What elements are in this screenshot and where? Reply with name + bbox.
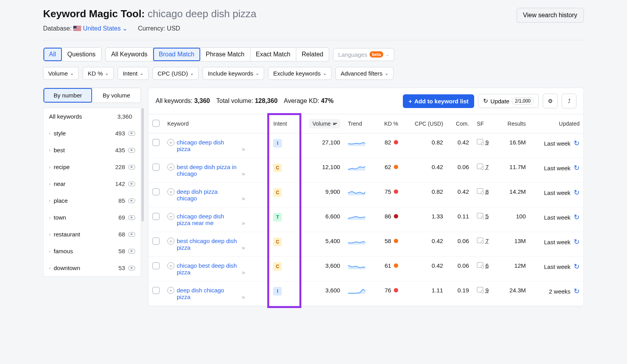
serp-icon[interactable] xyxy=(477,238,483,243)
settings-button[interactable]: ⚙ xyxy=(543,94,558,108)
filter-kd[interactable]: KD %⌄ xyxy=(83,67,114,80)
col-intent[interactable]: Intent xyxy=(269,114,296,133)
cpc-value: 1.11 xyxy=(402,281,447,306)
sidebar-item-all[interactable]: All keywords 3,360 xyxy=(43,108,141,125)
filter-volume[interactable]: Volume⌄ xyxy=(43,67,79,80)
gear-icon: ⚙ xyxy=(548,98,553,104)
refresh-icon[interactable]: ↻ xyxy=(574,287,580,295)
row-checkbox[interactable] xyxy=(152,262,159,269)
keyword-link[interactable]: deep dish pizza chicago xyxy=(177,188,239,202)
intent-badge: T xyxy=(273,213,282,222)
row-checkbox[interactable] xyxy=(152,238,159,245)
upload-icon: ⤴ xyxy=(568,98,571,104)
select-all-checkbox[interactable] xyxy=(152,120,159,127)
database-country-link[interactable]: United States ⌄ xyxy=(83,25,129,32)
expand-icon[interactable]: + xyxy=(167,164,174,171)
filter-exclude[interactable]: Exclude keywords⌄ xyxy=(268,67,332,80)
col-cpc[interactable]: CPC (USD) xyxy=(402,114,447,133)
sf-cell: 7 xyxy=(473,232,497,257)
row-checkbox[interactable] xyxy=(152,213,159,220)
refresh-icon[interactable]: ↻ xyxy=(574,189,580,196)
serp-icon[interactable] xyxy=(477,287,483,292)
tab-all[interactable]: All xyxy=(43,48,62,61)
expand-icon[interactable]: + xyxy=(167,139,174,146)
serp-icon[interactable] xyxy=(477,262,483,268)
sidebar-item-famous[interactable]: ›famous58 xyxy=(43,243,141,259)
sidebar-item-town[interactable]: ›town69 xyxy=(43,209,141,226)
tab-exact-match[interactable]: Exact Match xyxy=(250,48,296,61)
serp-icon[interactable] xyxy=(477,164,483,169)
filter-intent[interactable]: Intent⌄ xyxy=(118,67,149,80)
col-results[interactable]: Results xyxy=(497,114,530,133)
col-keyword[interactable]: Keyword xyxy=(163,114,269,133)
eye-icon[interactable] xyxy=(128,232,135,237)
trend-sparkline xyxy=(348,188,365,195)
cpc-value: 0.82 xyxy=(402,133,447,158)
double-chevron-icon: » xyxy=(242,195,245,202)
chevron-right-icon: › xyxy=(49,181,51,187)
refresh-icon[interactable]: ↻ xyxy=(574,238,580,246)
col-volume[interactable]: Volume xyxy=(296,114,344,133)
col-updated[interactable]: Updated xyxy=(530,114,584,133)
sidebar-item-place[interactable]: ›place85 xyxy=(43,192,141,209)
filter-cpc[interactable]: CPC (USD)⌄ xyxy=(152,67,199,80)
keyword-link[interactable]: best deep dish pizza in chicago xyxy=(177,164,239,177)
tab-related[interactable]: Related xyxy=(296,48,329,61)
refresh-icon[interactable]: ↻ xyxy=(574,139,580,147)
eye-icon[interactable] xyxy=(128,182,135,186)
sidebar-item-style[interactable]: ›style493 xyxy=(43,125,141,142)
expand-icon[interactable]: + xyxy=(167,188,174,195)
update-button[interactable]: ↻ Update 2/1,000 xyxy=(478,94,539,108)
eye-icon[interactable] xyxy=(128,249,135,254)
expand-icon[interactable]: + xyxy=(167,213,174,220)
serp-icon[interactable] xyxy=(477,188,483,194)
serp-icon[interactable] xyxy=(477,139,483,144)
add-to-keyword-list-button[interactable]: + Add to keyword list xyxy=(403,94,474,108)
view-search-history-button[interactable]: View search history xyxy=(516,8,584,23)
tab-questions[interactable]: Questions xyxy=(62,48,101,61)
keyword-link[interactable]: chicago deep dish pizza xyxy=(177,139,239,152)
col-kd[interactable]: KD % xyxy=(375,114,402,133)
eye-icon[interactable] xyxy=(128,266,135,270)
row-checkbox[interactable] xyxy=(152,188,159,195)
refresh-icon[interactable]: ↻ xyxy=(574,164,580,172)
tab-phrase-match[interactable]: Phrase Match xyxy=(200,48,250,61)
eye-icon[interactable] xyxy=(128,165,135,169)
languages-dropdown[interactable]: Languages beta ⌄ xyxy=(333,48,394,61)
row-checkbox[interactable] xyxy=(152,164,159,171)
sidebar-item-recipe[interactable]: ›recipe228 xyxy=(43,159,141,175)
keyword-link[interactable]: chicago best deep dish pizza xyxy=(177,262,239,276)
serp-icon[interactable] xyxy=(477,213,483,218)
expand-icon[interactable]: + xyxy=(167,262,174,269)
side-tab-by-volume[interactable]: By volume xyxy=(92,88,141,103)
filter-include[interactable]: Include keywords⌄ xyxy=(203,67,264,80)
eye-icon[interactable] xyxy=(128,198,135,203)
export-button[interactable]: ⤴ xyxy=(562,94,576,108)
sidebar-item-downtown[interactable]: ›downtown53 xyxy=(43,259,141,276)
expand-icon[interactable]: + xyxy=(167,287,174,294)
eye-icon[interactable] xyxy=(128,215,135,220)
tab-broad-match[interactable]: Broad Match xyxy=(153,48,200,61)
row-checkbox[interactable] xyxy=(152,139,159,146)
scrollbar[interactable] xyxy=(141,108,144,222)
keyword-link[interactable]: chicago deep dish pizza near me xyxy=(177,213,239,226)
col-trend[interactable]: Trend xyxy=(344,114,375,133)
row-checkbox[interactable] xyxy=(152,287,159,294)
sidebar-item-best[interactable]: ›best435 xyxy=(43,142,141,159)
sidebar-item-near[interactable]: ›near142 xyxy=(43,175,141,192)
col-com[interactable]: Com. xyxy=(447,114,473,133)
filter-advanced[interactable]: Advanced filters⌄ xyxy=(335,67,393,80)
sidebar-item-restaurant[interactable]: ›restaurant68 xyxy=(43,226,141,243)
expand-icon[interactable]: + xyxy=(167,238,174,245)
tab-all-keywords[interactable]: All Keywords xyxy=(106,48,153,61)
refresh-icon[interactable]: ↻ xyxy=(574,213,580,221)
intent-badge: C xyxy=(273,164,282,172)
eye-icon[interactable] xyxy=(128,131,135,136)
keyword-link[interactable]: deep dish chicago pizza xyxy=(177,287,239,300)
eye-icon[interactable] xyxy=(128,148,135,153)
keyword-link[interactable]: best chicago deep dish pizza xyxy=(177,238,239,251)
side-tab-by-number[interactable]: By number xyxy=(43,88,92,103)
com-value: 0.06 xyxy=(447,257,473,281)
col-sf[interactable]: SF xyxy=(473,114,497,133)
refresh-icon[interactable]: ↻ xyxy=(574,263,580,270)
